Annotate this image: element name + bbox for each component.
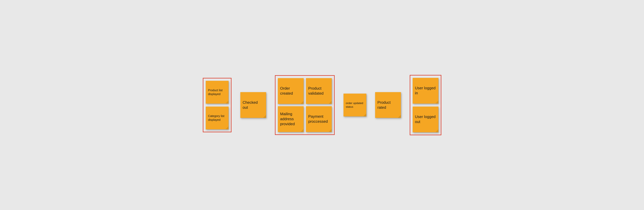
sticky-user-logged-in[interactable]: User logged in [413,78,438,104]
sticky-checked-out[interactable]: Checked out [240,92,266,118]
sticky-mailing-address-provided[interactable]: Mailing address provided [278,106,304,132]
main-canvas: Product list displayed Category list dis… [197,69,447,141]
checked-out-group: Checked out [240,92,266,118]
sticky-user-logged-out[interactable]: User logged out [413,106,438,132]
user-group: User logged in User logged out [410,75,441,135]
sticky-product-list-displayed[interactable]: Product list displayed [206,81,228,104]
sticky-category-list-displayed[interactable]: Category list displayed [206,106,228,129]
product-category-group: Product list displayed Category list dis… [203,78,232,132]
sticky-product-rated[interactable]: Product rated [375,92,401,118]
sticky-payment-processed[interactable]: Payment proccessed [306,106,332,132]
order-updated-group: order updated status [344,94,366,116]
sticky-product-validated[interactable]: Product validated [306,78,332,104]
product-rated-group: Product rated [375,92,401,118]
sticky-order-updated-status[interactable]: order updated status [344,94,366,116]
order-group: Order created Product validated Mailing … [275,75,335,135]
sticky-order-created[interactable]: Order created [278,78,304,104]
